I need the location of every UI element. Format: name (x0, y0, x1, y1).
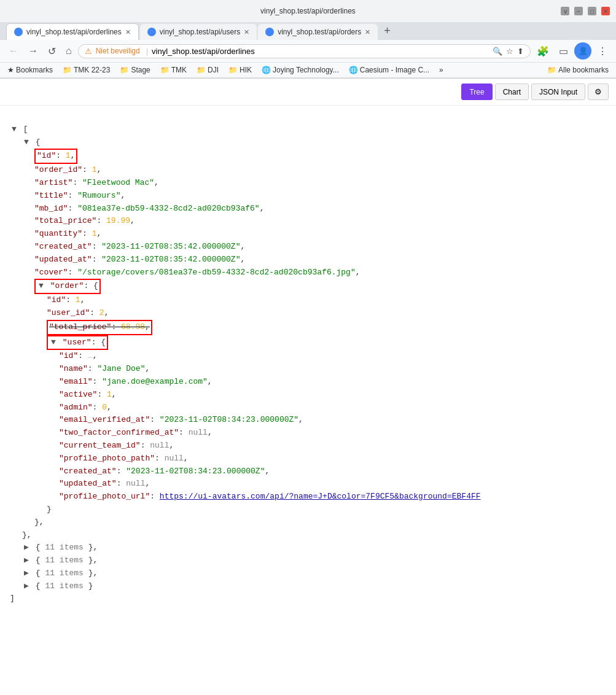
bookmark-joying[interactable]: 🌐 Joying Technology... (259, 64, 341, 76)
globe-icon: 🌐 (262, 66, 271, 74)
root-array-close: ] (10, 594, 15, 603)
maximize-window-button[interactable]: □ (588, 7, 596, 15)
tree-button[interactable]: Tree (461, 83, 492, 100)
title-value: "Rumours" (77, 191, 120, 200)
settings-gear-button[interactable]: ⚙ (588, 83, 609, 100)
tab-close-orders[interactable]: ✕ (365, 28, 370, 36)
share-icon[interactable]: ⬆ (517, 47, 524, 56)
bookmark-star[interactable]: ★ Bookmarks (5, 64, 55, 76)
json-toolbar: Tree Chart JSON Input ⚙ (0, 79, 616, 106)
order-id-inner-key: "id" (47, 295, 66, 305)
tabs-bar: vinyl_shop.test/api/orderlines ✕ vinyl_s… (0, 22, 616, 40)
updated-at-value: "2023-11-02T08:35:42.000000Z" (101, 255, 240, 264)
browser-chrome: vinyl_shop.test/api/orderlines ∨ − □ ✕ v… (0, 0, 616, 79)
json-input-button[interactable]: JSON Input (531, 83, 585, 100)
current-team-key: "current_team_id" (59, 441, 141, 450)
obj2-count: 11 items (45, 556, 83, 565)
bookmark-star-icon: ★ (7, 66, 14, 74)
obj1-toggle[interactable]: ▶ (22, 542, 31, 554)
folder-icon: 📁 (228, 66, 238, 74)
tab-label-orders: vinyl_shop.test/api/orders (278, 28, 361, 36)
quantity-key: "quantity" (34, 229, 82, 238)
bookmark-star-icon[interactable]: ☆ (506, 47, 513, 56)
obj4-toggle[interactable]: ▶ (22, 580, 31, 593)
created-at-key: "created_at" (34, 242, 92, 251)
forward-button[interactable]: → (25, 43, 42, 59)
bookmark-stage[interactable]: 📁 Stage (117, 64, 152, 76)
artist-key: "artist" (34, 178, 72, 187)
more-button[interactable]: ⋮ (594, 43, 611, 60)
name-value: "Jane Doe" (97, 364, 145, 373)
total-price-key: "total_price" (34, 216, 96, 225)
order-total-price-key: "total_price" (49, 322, 111, 332)
new-tab-button[interactable]: + (379, 22, 396, 40)
updated-at-key: "updated_at" (34, 255, 92, 264)
obj2-toggle[interactable]: ▶ (22, 554, 31, 567)
folder-icon: 📁 (547, 66, 556, 74)
bookmark-dji[interactable]: 📁 DJI (194, 64, 221, 76)
id-field-highlight: "id": 1, (34, 149, 77, 164)
tab-users[interactable]: vinyl_shop.test/api/users ✕ (140, 24, 257, 40)
user-key: "user" (63, 338, 92, 347)
profile-photo-path-value: null (165, 454, 184, 463)
id-value: 1 (66, 151, 71, 160)
search-icon[interactable]: 🔍 (493, 47, 502, 56)
bookmark-label: Stage (131, 66, 150, 74)
root-array-open: [ (18, 125, 28, 134)
mb-id-key: "mb_id" (34, 204, 68, 213)
security-icon: ⚠ (85, 47, 92, 56)
back-button[interactable]: ← (5, 43, 22, 59)
user-created-at-key: "created_at" (59, 467, 117, 476)
profile-button[interactable]: 👤 (574, 42, 591, 60)
obj3-toggle[interactable]: ▶ (22, 567, 31, 580)
obj0-toggle[interactable]: ▼ (22, 136, 31, 149)
close-window-button[interactable]: ✕ (601, 7, 610, 15)
obj3-count: 11 items (45, 569, 83, 578)
root-array-toggle[interactable]: ▼ (10, 123, 18, 136)
admin-key: "admin" (59, 403, 93, 412)
two-factor-value: null (189, 428, 208, 437)
tab-close-orderlines[interactable]: ✕ (125, 28, 131, 36)
tab-orders[interactable]: vinyl_shop.test/api/orders ✕ (258, 24, 378, 40)
order-toggle[interactable]: ▼ (37, 280, 45, 293)
bookmark-more[interactable]: » (437, 64, 446, 76)
bookmark-label: Caesium - Image C... (360, 66, 429, 74)
tab-close-users[interactable]: ✕ (244, 28, 249, 36)
tab-favicon-orders (265, 28, 274, 36)
tab-favicon-orderlines (14, 28, 23, 36)
user-close: } (47, 505, 52, 514)
bookmark-hik[interactable]: 📁 HIK (226, 64, 254, 76)
id-key: "id" (37, 151, 56, 160)
bookmark-caesium[interactable]: 🌐 Caesium - Image C... (346, 64, 432, 76)
profile-photo-url-link[interactable]: https://ui-avatars.com/api/?name=J+D&col… (160, 492, 481, 501)
title-bar-controls: ∨ − □ ✕ (561, 7, 610, 15)
obj1-count: 11 items (45, 543, 83, 552)
bookmark-tmk[interactable]: 📁 TMK (158, 64, 189, 76)
refresh-button[interactable]: ↺ (44, 43, 60, 60)
created-at-value: "2023-11-02T08:35:42.000000Z" (101, 242, 240, 251)
user-updated-at-key: "updated_at" (59, 479, 117, 488)
active-key: "active" (59, 390, 97, 399)
tab-orderlines[interactable]: vinyl_shop.test/api/orderlines ✕ (6, 23, 139, 40)
sidebar-toggle-button[interactable]: ▭ (555, 43, 572, 60)
folder-icon: 📁 (160, 66, 170, 74)
globe-icon: 🌐 (349, 66, 358, 74)
minimize-window-button[interactable]: − (574, 7, 583, 15)
admin-value: 0 (102, 403, 107, 412)
bookmark-tmk2223[interactable]: 📁 TMK 22-23 (60, 64, 112, 76)
order-id-key: "order_id" (34, 165, 82, 174)
two-factor-key: "two_factor_confirmed_at" (59, 428, 179, 437)
profile-photo-url-key: "profile_photo_url" (59, 492, 150, 501)
user-id-key: "user_id" (47, 308, 90, 317)
email-key: "email" (59, 377, 93, 386)
chart-button[interactable]: Chart (495, 83, 529, 100)
bookmark-label: Joying Technology... (273, 66, 339, 74)
bookmark-all[interactable]: 📁 Alle bookmarks (545, 64, 611, 76)
address-input[interactable] (152, 47, 489, 56)
minimize-button[interactable]: ∨ (561, 7, 569, 15)
home-button[interactable]: ⌂ (62, 43, 76, 59)
more-bookmarks-icon: » (439, 66, 443, 74)
order-field-highlight: ▼ "order": { (34, 279, 101, 294)
user-toggle[interactable]: ▼ (49, 336, 58, 349)
extensions-button[interactable]: 🧩 (533, 43, 553, 60)
